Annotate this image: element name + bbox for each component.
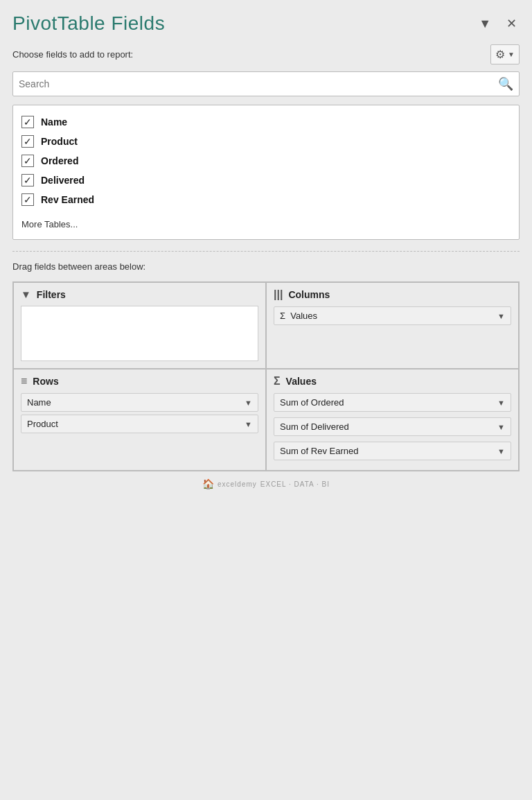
gear-dropdown-arrow: ▼: [508, 51, 515, 58]
filters-area: ▼ Filters: [13, 282, 266, 369]
values-area-header: Σ Values: [274, 375, 511, 388]
watermark: 🏠 exceldemy EXCEL · DATA · BI: [12, 478, 520, 489]
columns-area: ||| Columns Σ Values ▼: [266, 282, 519, 369]
drag-label: Drag fields between areas below:: [12, 261, 520, 272]
panel-title: PivotTable Fields: [12, 12, 165, 35]
close-icon: ✕: [506, 17, 517, 31]
fields-list: ✓ Name ✓ Product ✓ Ordered ✓ Delivered ✓…: [12, 105, 520, 240]
filter-icon: ▼: [21, 288, 31, 300]
header-close-btn[interactable]: ✕: [504, 15, 520, 33]
search-input[interactable]: [19, 78, 495, 89]
rows-item-product-label: Product: [27, 419, 58, 429]
rows-area-label: Rows: [33, 376, 58, 387]
areas-grid: ▼ Filters ||| Columns Σ Values ▼ ≡ Rows: [12, 281, 520, 471]
watermark-site: exceldemy: [218, 480, 257, 488]
values-item-delivered-arrow: ▼: [497, 423, 505, 431]
dropdown-icon: ▼: [479, 17, 491, 31]
filters-area-content: [21, 306, 258, 361]
checkbox-revearned[interactable]: ✓: [21, 193, 34, 206]
columns-area-header: ||| Columns: [274, 288, 511, 301]
checkbox-ordered[interactable]: ✓: [21, 155, 34, 167]
field-label-revearned: Rev Earned: [41, 194, 94, 205]
header-icons: ▼ ✕: [476, 15, 520, 33]
rows-area-items: Name ▼ Product ▼: [21, 393, 258, 436]
values-item-revearned[interactable]: Sum of Rev Earned ▼: [274, 442, 511, 460]
field-item-revearned[interactable]: ✓ Rev Earned: [21, 190, 511, 209]
divider: [12, 251, 520, 252]
values-item-ordered-label: Sum of Ordered: [280, 397, 344, 408]
values-icon: Σ: [274, 375, 281, 388]
search-box: 🔍: [12, 71, 520, 96]
filters-area-label: Filters: [37, 289, 66, 300]
pivot-table-panel: PivotTable Fields ▼ ✕ Choose fields to a…: [0, 0, 532, 800]
field-label-ordered: Ordered: [41, 155, 78, 166]
rows-item-product-arrow: ▼: [245, 420, 252, 428]
columns-item-values-arrow: ▼: [497, 312, 505, 320]
columns-item-values-label: Σ Values: [280, 311, 317, 321]
watermark-tagline: EXCEL · DATA · BI: [260, 480, 330, 488]
values-item-ordered-arrow: ▼: [497, 399, 505, 407]
columns-item-values[interactable]: Σ Values ▼: [274, 306, 511, 325]
filters-area-header: ▼ Filters: [21, 288, 258, 300]
values-area-label: Values: [286, 376, 317, 387]
columns-icon: |||: [274, 288, 283, 301]
field-item-delivered[interactable]: ✓ Delivered: [21, 171, 511, 190]
values-item-delivered[interactable]: Sum of Delivered ▼: [274, 417, 511, 436]
panel-header: PivotTable Fields ▼ ✕: [12, 12, 520, 35]
search-row: 🔍: [12, 71, 520, 96]
search-icon: 🔍: [498, 76, 513, 92]
watermark-icon: 🏠: [202, 478, 214, 489]
columns-area-items: Σ Values ▼: [274, 306, 511, 328]
checkbox-delivered[interactable]: ✓: [21, 174, 34, 186]
fields-label: Choose fields to add to report:: [12, 49, 133, 60]
rows-item-name-arrow: ▼: [245, 399, 252, 407]
values-area: Σ Values Sum of Ordered ▼ Sum of Deliver…: [266, 369, 519, 471]
rows-area-header: ≡ Rows: [21, 375, 258, 388]
fields-label-row: Choose fields to add to report: ⚙ ▼: [12, 44, 520, 64]
header-dropdown-btn[interactable]: ▼: [476, 15, 494, 33]
checkbox-name[interactable]: ✓: [21, 116, 34, 128]
field-label-delivered: Delivered: [41, 175, 85, 186]
rows-item-name-label: Name: [27, 397, 51, 408]
field-label-name: Name: [41, 116, 67, 128]
field-item-ordered[interactable]: ✓ Ordered: [21, 151, 511, 171]
more-tables-link[interactable]: More Tables...: [21, 219, 511, 229]
values-item-revearned-arrow: ▼: [497, 447, 505, 455]
gear-icon: ⚙: [495, 48, 505, 61]
values-item-delivered-label: Sum of Delivered: [280, 421, 349, 432]
columns-area-label: Columns: [288, 289, 330, 300]
rows-area: ≡ Rows Name ▼ Product ▼: [13, 369, 266, 471]
field-item-name[interactable]: ✓ Name: [21, 112, 511, 132]
gear-settings-btn[interactable]: ⚙ ▼: [490, 44, 520, 64]
values-item-ordered[interactable]: Sum of Ordered ▼: [274, 393, 511, 412]
rows-item-name[interactable]: Name ▼: [21, 393, 258, 412]
values-area-items: Sum of Ordered ▼ Sum of Delivered ▼ Sum …: [274, 393, 511, 463]
field-item-product[interactable]: ✓ Product: [21, 132, 511, 151]
rows-icon: ≡: [21, 375, 27, 388]
values-item-revearned-label: Sum of Rev Earned: [280, 446, 358, 456]
field-label-product: Product: [41, 136, 78, 147]
rows-item-product[interactable]: Product ▼: [21, 415, 258, 433]
checkbox-product[interactable]: ✓: [21, 135, 34, 148]
